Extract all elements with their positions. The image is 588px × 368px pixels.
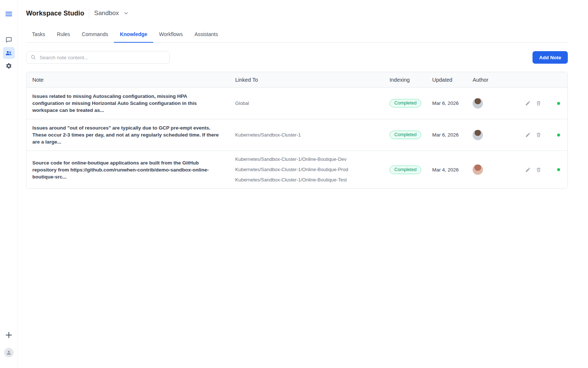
search-input[interactable] (26, 51, 170, 64)
indexing-status-badge: Completed (390, 99, 421, 107)
author-cell (467, 159, 508, 180)
linked-to-item: Kubernetes/Sandbox-Cluster-1/Online-Bout… (235, 156, 378, 163)
column-header-note: Note (26, 77, 229, 83)
status-dot (557, 102, 560, 105)
linked-to-cell: Kubernetes/Sandbox-Cluster-1 (229, 127, 384, 144)
main-content: Workspace Studio Sandbox Tasks Rules Com… (18, 0, 588, 189)
note-text: Source code for online-boutique applicat… (26, 154, 229, 185)
edit-icon[interactable] (525, 100, 531, 106)
chat-icon[interactable] (6, 36, 12, 43)
header-divider (89, 9, 89, 18)
plus-icon[interactable] (6, 332, 12, 338)
search-box (26, 51, 170, 64)
column-header-linked-to: Linked To (229, 77, 384, 83)
author-cell (467, 125, 508, 145)
indexing-cell: Completed (384, 125, 426, 144)
column-header-updated: Updated (426, 77, 467, 83)
updated-date: Mar 6, 2026 (426, 127, 467, 143)
author-avatar (473, 130, 483, 140)
updated-date: Mar 6, 2026 (426, 95, 467, 111)
edit-icon[interactable] (525, 132, 531, 138)
search-icon (31, 54, 36, 61)
indexing-status-badge: Completed (390, 131, 421, 139)
column-header-author: Author (467, 77, 508, 83)
account-avatar-icon[interactable] (4, 348, 14, 357)
linked-to-cell: Kubernetes/Sandbox-Cluster-1/Online-Bout… (229, 151, 384, 188)
tab-bar: Tasks Rules Commands Knowledge Workflows… (26, 31, 568, 43)
row-actions (508, 162, 567, 178)
toolbar: Add Note (26, 51, 568, 64)
status-dot (557, 168, 560, 171)
indexing-status-badge: Completed (390, 166, 421, 174)
delete-icon[interactable] (536, 100, 541, 106)
note-text: Issues around "out of resources" are typ… (26, 119, 229, 151)
tab-rules[interactable]: Rules (51, 31, 76, 43)
notes-table: Note Linked To Indexing Updated Author I… (26, 72, 568, 189)
linked-to-item: Kubernetes/Sandbox-Cluster-1/Online-Bout… (235, 166, 378, 173)
hamburger-menu-icon[interactable] (6, 11, 12, 17)
updated-date: Mar 4, 2026 (426, 162, 467, 178)
linked-to-item: Global (235, 100, 378, 107)
indexing-cell: Completed (384, 94, 426, 113)
row-actions (508, 95, 567, 111)
linked-to-item: Kubernetes/Sandbox-Cluster-1/Online-Bout… (235, 177, 378, 183)
linked-to-cell: Global (229, 95, 384, 112)
delete-icon[interactable] (536, 167, 541, 173)
author-avatar (473, 164, 483, 175)
note-row[interactable]: Source code for online-boutique applicat… (26, 151, 567, 188)
tab-commands[interactable]: Commands (76, 31, 114, 43)
author-avatar (473, 98, 483, 109)
sidebar (0, 0, 18, 368)
tab-workflows[interactable]: Workflows (153, 31, 189, 43)
chevron-down-icon[interactable] (123, 10, 129, 16)
tab-knowledge[interactable]: Knowledge (114, 31, 153, 43)
row-actions (508, 127, 567, 143)
author-cell (467, 93, 508, 114)
linked-to-item: Kubernetes/Sandbox-Cluster-1 (235, 132, 378, 138)
edit-icon[interactable] (525, 167, 531, 173)
note-row[interactable]: Issues related to missing Autoscaling co… (26, 87, 567, 119)
note-text: Issues related to missing Autoscaling co… (26, 88, 229, 119)
add-note-button[interactable]: Add Note (533, 51, 568, 64)
people-icon[interactable] (3, 47, 15, 59)
status-dot (557, 134, 560, 137)
settings-gear-icon[interactable] (6, 63, 12, 69)
note-row[interactable]: Issues around "out of resources" are typ… (26, 119, 567, 151)
tab-tasks[interactable]: Tasks (26, 31, 51, 43)
indexing-cell: Completed (384, 160, 426, 179)
page-title: Workspace Studio (26, 10, 84, 17)
tab-assistants[interactable]: Assistants (189, 31, 224, 43)
workspace-selector-label[interactable]: Sandbox (94, 10, 119, 17)
page-header: Workspace Studio Sandbox (26, 9, 568, 18)
table-header-row: Note Linked To Indexing Updated Author (26, 72, 567, 87)
delete-icon[interactable] (536, 132, 541, 138)
column-header-indexing: Indexing (384, 77, 426, 83)
